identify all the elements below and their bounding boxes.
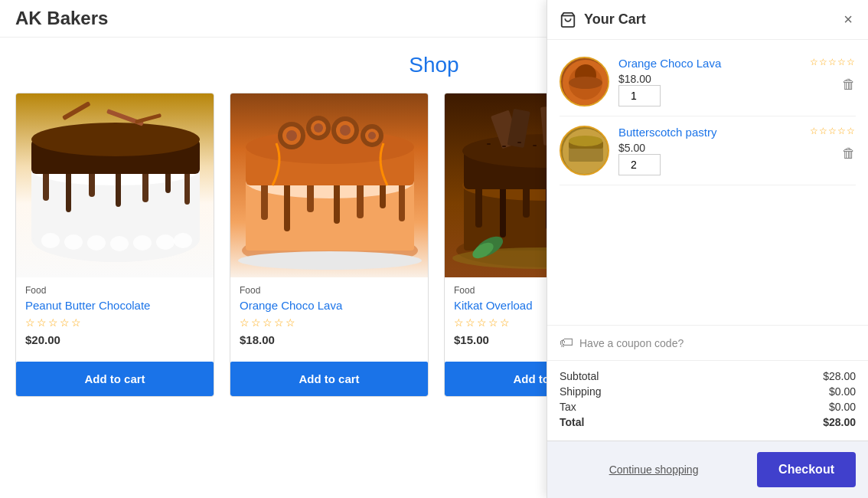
svg-point-43 (340, 125, 351, 136)
svg-point-40 (314, 123, 323, 133)
shipping-row: Shipping $0.00 (560, 385, 856, 398)
svg-rect-32 (399, 182, 405, 221)
cart-item-name-1: Butterscotch pastry (618, 126, 810, 139)
product-category-pbc: Food (25, 285, 204, 296)
svg-rect-4 (43, 170, 49, 201)
total-value: $28.00 (823, 416, 856, 428)
total-label: Total (560, 416, 584, 428)
cart-totals: Subtotal $28.00 Shipping $0.00 Tax $0.00… (547, 360, 868, 441)
cart-items-list: Orange Choco Lava $18.00 ☆☆☆☆☆ 🗑 (547, 40, 868, 325)
tax-label: Tax (560, 401, 576, 413)
product-card-pbc: Food Peanut Butter Chocolate ☆☆☆☆☆ $20.0… (15, 93, 214, 397)
coupon-text: Have a coupon code? (579, 337, 684, 349)
checkout-button[interactable]: Checkout (757, 452, 856, 487)
cart-item-qty-input-0[interactable] (618, 85, 661, 106)
cart-item-delete-1[interactable]: 🗑 (842, 146, 856, 162)
shipping-label: Shipping (560, 385, 602, 398)
svg-rect-31 (380, 182, 386, 208)
product-image-ocl (230, 93, 428, 277)
svg-rect-15 (135, 113, 162, 124)
cart-header-title: Your Cart (584, 11, 833, 28)
cart-item-qty-1 (618, 154, 810, 175)
cart-sidebar: Your Cart × Orange Choco Lava $18.00 (547, 0, 868, 498)
coupon-section: 🏷 Have a coupon code? (547, 325, 868, 360)
product-price-pbc: $20.00 (25, 333, 204, 346)
svg-rect-13 (62, 101, 91, 120)
cart-item-image-0 (560, 57, 609, 106)
cart-item-qty-0 (618, 85, 810, 106)
product-illustration-ocl (230, 93, 428, 277)
tax-value: $0.00 (829, 401, 856, 413)
product-stars-pbc: ☆☆☆☆☆ (25, 316, 204, 329)
cart-item-details-0: Orange Choco Lava $18.00 (618, 57, 810, 106)
subtotal-row: Subtotal $28.00 (560, 370, 856, 382)
svg-rect-8 (142, 170, 148, 202)
svg-point-84 (569, 136, 602, 146)
product-price-ocl: $18.00 (240, 333, 419, 346)
svg-rect-65 (487, 143, 491, 145)
cart-close-button[interactable]: × (840, 11, 856, 28)
shipping-value: $0.00 (829, 385, 856, 398)
svg-rect-51 (475, 185, 482, 228)
svg-point-34 (246, 130, 414, 164)
product-info-ocl: Food Orange Choco Lava ☆☆☆☆☆ $18.00 (230, 277, 428, 362)
cart-item-stars-1: ☆☆☆☆☆ (810, 126, 856, 136)
svg-rect-29 (334, 182, 340, 224)
svg-rect-30 (357, 182, 364, 218)
add-to-cart-ocl[interactable]: Add to cart (230, 362, 428, 396)
svg-point-18 (87, 235, 106, 251)
svg-rect-26 (261, 182, 268, 220)
svg-rect-27 (284, 182, 290, 231)
product-name-ocl: Orange Choco Lava (240, 299, 419, 312)
cart-item-qty-input-1[interactable] (618, 154, 661, 175)
svg-point-47 (238, 251, 422, 270)
product-name-pbc: Peanut Butter Chocolate (25, 299, 204, 312)
cart-item-illustration-1 (561, 127, 609, 175)
svg-point-37 (286, 130, 297, 141)
product-category-ocl: Food (240, 285, 419, 296)
subtotal-label: Subtotal (560, 370, 599, 382)
svg-rect-6 (89, 170, 95, 197)
svg-point-21 (156, 234, 175, 250)
brand-logo: AK Bakers (15, 8, 108, 29)
product-card-ocl: Food Orange Choco Lava ☆☆☆☆☆ $18.00 Add … (230, 93, 429, 397)
cart-item-0: Orange Choco Lava $18.00 ☆☆☆☆☆ 🗑 (560, 48, 856, 116)
svg-rect-67 (517, 142, 521, 143)
svg-rect-10 (184, 170, 190, 205)
tax-row: Tax $0.00 (560, 401, 856, 413)
cart-item-illustration-0 (561, 58, 609, 106)
cart-item-stars-0: ☆☆☆☆☆ (810, 57, 856, 67)
continue-shopping-button[interactable]: Continue shopping (560, 464, 748, 476)
svg-point-80 (569, 77, 602, 89)
svg-rect-53 (523, 185, 530, 218)
total-row: Total $28.00 (560, 416, 856, 428)
svg-point-22 (174, 233, 192, 248)
svg-rect-52 (500, 185, 506, 238)
svg-rect-68 (533, 145, 537, 146)
cart-footer: Continue shopping Checkout (547, 441, 868, 498)
svg-point-17 (64, 234, 83, 250)
svg-point-20 (133, 235, 152, 251)
product-info-pbc: Food Peanut Butter Chocolate ☆☆☆☆☆ $20.0… (16, 277, 214, 362)
svg-rect-66 (502, 146, 506, 147)
svg-rect-5 (66, 170, 71, 212)
svg-point-46 (368, 132, 376, 139)
cart-header-icon (560, 11, 576, 28)
svg-point-12 (31, 123, 200, 156)
cart-item-name-0: Orange Choco Lava (618, 57, 810, 70)
cart-item-price-0: $18.00 (618, 73, 810, 85)
cart-item-right-0: ☆☆☆☆☆ 🗑 (810, 57, 856, 93)
cart-item-delete-0[interactable]: 🗑 (842, 77, 856, 93)
cart-item-details-1: Butterscotch pastry $5.00 (618, 126, 810, 175)
cart-item-1: Butterscotch pastry $5.00 ☆☆☆☆☆ 🗑 (560, 116, 856, 185)
subtotal-value: $28.00 (823, 370, 856, 382)
cart-item-price-1: $5.00 (618, 142, 810, 154)
product-image-pbc (16, 93, 214, 277)
svg-rect-28 (307, 182, 314, 212)
svg-rect-7 (116, 170, 121, 207)
add-to-cart-pbc[interactable]: Add to cart (16, 362, 214, 396)
cart-item-image-1 (560, 126, 609, 175)
product-illustration-pbc (16, 93, 214, 277)
svg-point-16 (41, 233, 60, 248)
cart-item-right-1: ☆☆☆☆☆ 🗑 (810, 126, 856, 162)
